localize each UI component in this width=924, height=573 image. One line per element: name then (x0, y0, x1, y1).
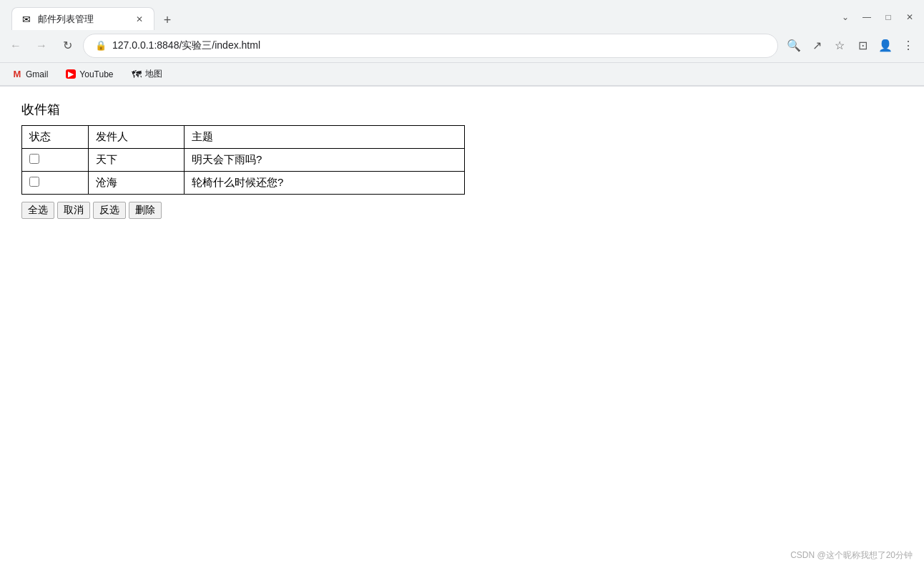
email-table: 状态 发件人 主题 天下明天会下雨吗?沧海轮椅什么时候还您? (21, 125, 465, 195)
sender-cell: 天下 (88, 149, 184, 172)
minimize-button[interactable]: ⌄ (837, 9, 854, 26)
reload-button[interactable]: ↻ (57, 36, 77, 56)
tab-title: 邮件列表管理 (38, 13, 128, 26)
bookmark-gmail[interactable]: M Gmail (6, 67, 54, 82)
url-text: 127.0.0.1:8848/实验三/index.html (112, 39, 766, 52)
gmail-icon: M (11, 69, 23, 80)
bookmark-maps[interactable]: 🗺 地图 (125, 67, 168, 82)
action-button-0[interactable]: 全选 (21, 202, 54, 219)
browser-chrome: ✉ 邮件列表管理 ✕ + ⌄ — □ ✕ ← → ↻ 🔒 127.0.0.1:8… (0, 0, 924, 87)
table-header-row: 状态 发件人 主题 (22, 126, 465, 149)
header-status: 状态 (22, 126, 89, 149)
share-icon[interactable]: ↗ (807, 36, 827, 56)
window-controls: ⌄ — □ ✕ (837, 9, 918, 26)
action-button-3[interactable]: 删除 (129, 202, 162, 219)
subject-cell: 明天会下雨吗? (184, 149, 464, 172)
table-row: 沧海轮椅什么时候还您? (22, 172, 465, 195)
split-view-icon[interactable]: ⊡ (852, 36, 873, 56)
status-cell (22, 172, 89, 195)
maximize-button[interactable]: □ (880, 9, 897, 26)
header-subject: 主题 (184, 126, 464, 149)
close-button[interactable]: ✕ (901, 9, 918, 26)
maps-label: 地图 (145, 68, 162, 80)
tab-bar: ✉ 邮件列表管理 ✕ + (6, 4, 183, 30)
action-button-2[interactable]: 反选 (93, 202, 126, 219)
action-buttons: 全选取消反选删除 (21, 202, 903, 219)
address-bar: ← → ↻ 🔒 127.0.0.1:8848/实验三/index.html 🔍 … (0, 29, 924, 63)
subject-cell: 轮椅什么时候还您? (184, 172, 464, 195)
new-tab-button[interactable]: + (157, 10, 177, 30)
status-cell (22, 149, 89, 172)
zoom-icon[interactable]: 🔍 (784, 36, 804, 56)
profile-icon[interactable]: 👤 (875, 36, 895, 56)
minimize-button[interactable]: — (858, 9, 875, 26)
header-sender: 发件人 (88, 126, 184, 149)
tab-close-button[interactable]: ✕ (134, 14, 145, 25)
maps-icon: 🗺 (131, 69, 142, 80)
lock-icon: 🔒 (95, 40, 107, 51)
email-checkbox-0[interactable] (29, 154, 39, 164)
youtube-icon: ▶ (65, 69, 77, 80)
bookmark-youtube[interactable]: ▶ YouTube (59, 67, 119, 82)
toolbar-icons: 🔍 ↗ ☆ ⊡ 👤 ⋮ (784, 36, 918, 56)
bookmarks-bar: M Gmail ▶ YouTube 🗺 地图 (0, 63, 924, 86)
youtube-label: YouTube (79, 69, 113, 79)
tab-favicon: ✉ (21, 14, 32, 25)
email-checkbox-1[interactable] (29, 177, 39, 187)
active-tab[interactable]: ✉ 邮件列表管理 ✕ (11, 7, 154, 30)
table-row: 天下明天会下雨吗? (22, 149, 465, 172)
back-button[interactable]: ← (6, 36, 26, 56)
inbox-title: 收件箱 (21, 101, 903, 118)
bookmark-icon[interactable]: ☆ (830, 36, 850, 56)
sender-cell: 沧海 (88, 172, 184, 195)
url-bar[interactable]: 🔒 127.0.0.1:8848/实验三/index.html (83, 34, 778, 58)
forward-button[interactable]: → (31, 36, 51, 56)
gmail-label: Gmail (26, 69, 48, 79)
action-button-1[interactable]: 取消 (57, 202, 90, 219)
page-content: 收件箱 状态 发件人 主题 天下明天会下雨吗?沧海轮椅什么时候还您? 全选取消反… (0, 87, 924, 516)
menu-icon[interactable]: ⋮ (898, 36, 918, 56)
title-bar: ✉ 邮件列表管理 ✕ + ⌄ — □ ✕ (0, 0, 924, 29)
